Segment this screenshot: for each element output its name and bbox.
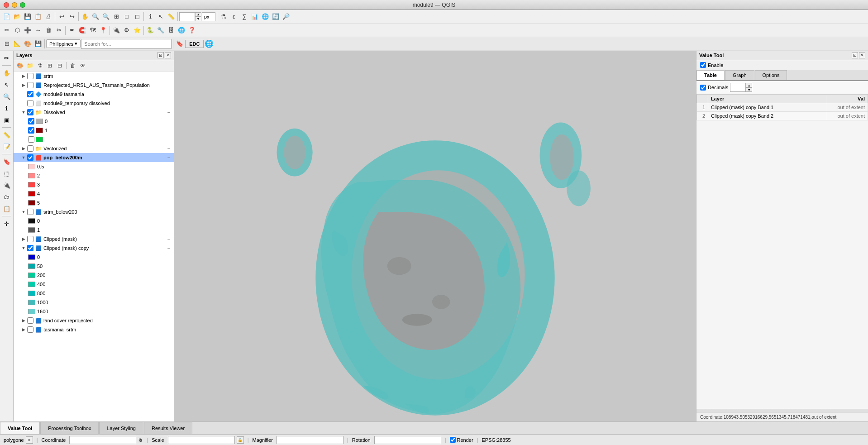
tab-table[interactable]: Table <box>696 70 725 80</box>
snapping-button[interactable]: 🧲 <box>77 25 87 35</box>
maximize-button[interactable] <box>20 2 25 8</box>
layers-panel-float-button[interactable]: ⊡ <box>157 52 164 58</box>
layer-item-cmc-200[interactable]: 200 <box>14 271 174 280</box>
field-calc-button[interactable]: ∑ <box>239 12 249 22</box>
plugin2-button[interactable]: ⚙ <box>122 25 132 35</box>
scale-lock-button[interactable]: 🔒 <box>237 436 244 444</box>
layer-checkbox-vectorized[interactable] <box>27 145 33 152</box>
bottom-tab-results-viewer[interactable]: Results Viewer <box>144 422 192 434</box>
decimals-control[interactable]: 0 ▲ ▼ <box>730 83 752 92</box>
pen-size-up[interactable]: ▲ <box>195 12 201 17</box>
identify-button[interactable]: ℹ <box>145 12 155 22</box>
render-checkbox[interactable] <box>450 437 456 443</box>
decimals-checkbox[interactable] <box>700 85 706 91</box>
edit-button[interactable]: ✏ <box>2 25 12 35</box>
manage-layers-button[interactable]: 👁 <box>78 61 87 70</box>
decimals-up[interactable]: ▲ <box>746 83 752 87</box>
sidebar-pointer-icon[interactable]: ↖ <box>1 79 12 90</box>
expand-icon-tasmania-srtm[interactable]: ▶ <box>21 327 26 332</box>
collapse-clipped-copy-button[interactable]: − <box>166 245 172 251</box>
layer-checkbox-land-cover[interactable] <box>27 317 33 324</box>
pen-size-control[interactable]: 0 ▲ ▼ <box>179 12 201 21</box>
layer-checkbox-dissolved[interactable] <box>27 109 33 115</box>
rotation-value[interactable]: 0.0° <box>374 436 441 444</box>
move-feature-button[interactable]: ↔ <box>33 25 43 35</box>
expand-icon-land-cover[interactable]: ▶ <box>21 318 26 323</box>
qgis-logo-button[interactable]: 🌐 <box>204 39 214 49</box>
plugin1-button[interactable]: 🔌 <box>111 25 121 35</box>
window-controls[interactable] <box>4 2 25 8</box>
value-tool-close-button[interactable]: × <box>859 52 865 58</box>
collapse-dissolved-button[interactable]: − <box>166 109 172 115</box>
georef2-button[interactable]: 📍 <box>98 25 108 35</box>
add-feature-button[interactable]: ➕ <box>23 25 33 35</box>
save-as-button[interactable]: 📋 <box>33 12 43 22</box>
sidebar-annotation-icon[interactable]: 📝 <box>1 141 12 152</box>
bottom-tab-processing-toolbox[interactable]: Processing Toolbox <box>40 422 99 434</box>
layer-type-button[interactable]: 📐 <box>12 39 22 49</box>
sidebar-layer-notes-icon[interactable]: 📋 <box>1 203 12 214</box>
map-area[interactable] <box>174 51 696 421</box>
layer-checkbox-dissolved-1[interactable] <box>28 127 34 134</box>
layer-item-module9-temp[interactable]: ⬜ module9_temporary dissolved <box>14 99 174 108</box>
layer-item-pop-5[interactable]: 5 <box>14 198 174 207</box>
web-button[interactable]: 🌐 <box>176 25 186 35</box>
magnifier-value[interactable]: 100% <box>277 436 343 444</box>
sidebar-measure-icon[interactable]: 📏 <box>1 129 12 140</box>
sidebar-zoom-icon[interactable]: 🔍 <box>1 91 12 102</box>
pan-button[interactable]: ✋ <box>80 12 90 22</box>
redo-button[interactable]: ↪ <box>67 12 77 22</box>
open-layer-button[interactable]: 🎨 <box>15 61 24 70</box>
collapse-all-button[interactable]: ⊟ <box>55 61 64 70</box>
layer-checkbox-reprojected[interactable] <box>27 82 33 88</box>
expand-icon-clipped-mask[interactable]: ▶ <box>21 236 26 242</box>
georef-button[interactable]: 🗺 <box>88 25 98 35</box>
expression-button[interactable]: ε <box>229 12 239 22</box>
expand-icon[interactable]: ▶ <box>21 82 26 88</box>
sidebar-select-icon[interactable]: ▣ <box>1 115 12 125</box>
layer-menu-button[interactable]: ⊞ <box>2 39 12 49</box>
qgis-button[interactable]: ⭐ <box>132 25 142 35</box>
zoom-in-button[interactable]: 🔍 <box>91 12 100 22</box>
pen-size-input[interactable]: 0 <box>179 12 195 21</box>
help-button[interactable]: ❓ <box>187 25 197 35</box>
zoom-out-button[interactable]: 🔍 <box>101 12 111 22</box>
location-selector[interactable]: Philippines ▾ <box>46 39 81 48</box>
layer-item-srtm-1[interactable]: 1 <box>14 225 174 234</box>
undo-button[interactable]: ↩ <box>57 12 67 22</box>
open-project-button[interactable]: 📂 <box>12 12 22 22</box>
expand-icon-srtm-below[interactable]: ▼ <box>21 209 26 215</box>
expand-icon-clipped-copy[interactable]: ▼ <box>21 245 26 251</box>
layer-item-pop-2[interactable]: 2 <box>14 171 174 180</box>
layer-checkbox-dissolved-empty[interactable] <box>28 136 34 143</box>
layer-item-module9-tasmania[interactable]: 🔷 module9 tasmania <box>14 90 174 99</box>
value-tool-float-button[interactable]: ⊡ <box>852 52 858 58</box>
layer-item-cmc-0[interactable]: 0 <box>14 253 174 262</box>
layer-item-clipped-mask-copy[interactable]: ▼ 🟦 Clipped (mask) copy − <box>14 244 174 253</box>
layer-item-srtm[interactable]: ▶ 🟦 srtm <box>14 72 174 81</box>
sidebar-identify-icon[interactable]: ℹ <box>1 103 12 114</box>
expand-icon[interactable]: ▶ <box>21 73 26 79</box>
layer-item-dissolved-group[interactable]: ▼ 📁 Dissolved − <box>14 108 174 117</box>
layer-item-cmc-400[interactable]: 400 <box>14 280 174 289</box>
layer-item-tasmania-srtm[interactable]: ▶ 🟦 tasmania_srtm <box>14 325 174 334</box>
filter-button[interactable]: ⚗ <box>219 12 229 22</box>
scale-value[interactable]: 1:1937593 <box>168 436 235 444</box>
delete-feature-button[interactable]: 🗑 <box>43 25 53 35</box>
search-input[interactable] <box>81 39 172 49</box>
sidebar-pan-icon[interactable]: ✋ <box>1 67 12 78</box>
layer-item-cmc-1000[interactable]: 1000 <box>14 298 174 307</box>
coordinate-value[interactable]: 108944,5651346 <box>69 436 136 444</box>
print-button[interactable]: 🖨 <box>43 12 53 22</box>
layer-item-cmc-50[interactable]: 50 <box>14 262 174 271</box>
layer-item-dissolved-0[interactable]: 0 <box>14 117 174 126</box>
layer-item-clipped-mask[interactable]: ▶ 🟦 Clipped (mask) − <box>14 234 174 244</box>
layer-checkbox-module9-tasmania[interactable] <box>27 91 33 97</box>
plugins-button[interactable]: 🔧 <box>156 25 166 35</box>
select-button[interactable]: ↖ <box>156 12 166 22</box>
layers-panel-header-buttons[interactable]: ⊡ × <box>157 52 171 58</box>
layer-item-pop-3[interactable]: 3 <box>14 180 174 189</box>
bottom-tab-layer-styling[interactable]: Layer Styling <box>99 422 143 434</box>
style-button[interactable]: 🎨 <box>23 39 33 49</box>
decimals-down[interactable]: ▼ <box>746 87 752 92</box>
